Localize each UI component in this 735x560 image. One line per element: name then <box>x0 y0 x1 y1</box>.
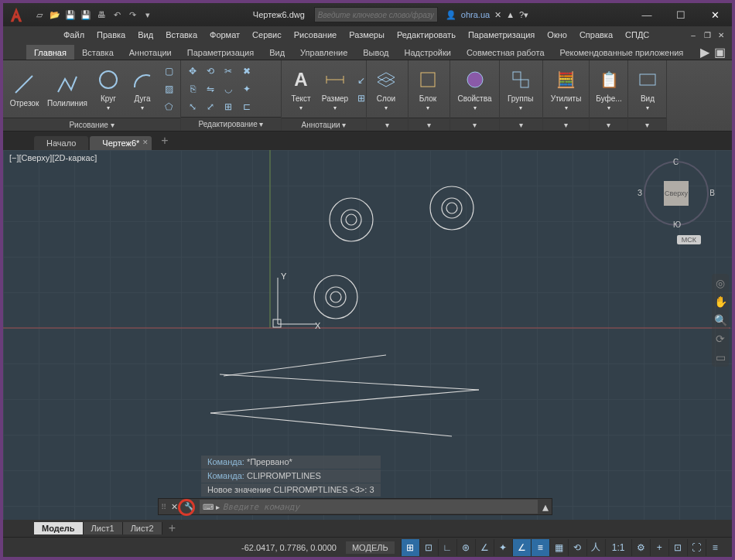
ribbon-tab-view[interactable]: Вид <box>262 45 292 60</box>
transparency-icon[interactable]: ▦ <box>549 539 568 556</box>
menu-help[interactable]: Справка <box>573 29 619 41</box>
osnap-toggle-icon[interactable]: ✦ <box>494 539 512 556</box>
doc-tab-close-icon[interactable]: ✕ <box>142 138 149 146</box>
app-icon[interactable]: ▲ <box>506 10 514 19</box>
dimension-button[interactable]: Размер▾ <box>319 62 351 116</box>
explode-icon[interactable]: ✦ <box>238 80 255 97</box>
nav-showmotion-icon[interactable]: ▭ <box>716 351 726 364</box>
hardware-icon[interactable]: ⊡ <box>668 539 687 556</box>
viewport-label[interactable]: [−][Сверху][2D-каркас] <box>9 153 97 162</box>
qat-saveas-icon[interactable]: 💾 <box>79 8 93 22</box>
erase-icon[interactable]: ✖ <box>238 63 255 80</box>
panel-properties-title[interactable]: ▾ <box>450 118 499 131</box>
rotate-icon[interactable]: ⟲ <box>202 63 219 80</box>
ribbon-tab-parametric[interactable]: Параметризация <box>179 45 262 60</box>
space-toggle[interactable]: МОДЕЛЬ <box>346 541 395 554</box>
grid-toggle-icon[interactable]: ⊞ <box>401 539 419 556</box>
menu-view[interactable]: Вид <box>132 29 159 41</box>
annomonitor-icon[interactable]: + <box>650 539 668 556</box>
lineweight-icon[interactable]: ≡ <box>531 539 549 556</box>
maximize-button[interactable]: ☐ <box>664 3 698 26</box>
panel-annotation-title[interactable]: Аннотации ▾ <box>282 118 366 131</box>
ribbon-tab-annotate[interactable]: Аннотации <box>121 45 179 60</box>
array-icon[interactable]: ⊞ <box>220 98 237 115</box>
mirror-icon[interactable]: ⇋ <box>202 80 219 97</box>
nav-wheel-icon[interactable]: ◎ <box>716 277 725 289</box>
qat-plot-icon[interactable]: 🖶 <box>94 8 108 22</box>
command-input[interactable] <box>223 502 535 512</box>
menu-window[interactable]: Окно <box>541 29 573 41</box>
annoscale-icon[interactable]: 人 <box>586 539 605 556</box>
region-icon[interactable]: ⬠ <box>160 98 177 115</box>
minimize-button[interactable]: — <box>630 3 664 26</box>
ribbon-tab-home[interactable]: Главная <box>26 45 74 60</box>
nav-zoom-icon[interactable]: 🔍 <box>714 314 727 326</box>
panel-modify-title[interactable]: Редактирование ▾ <box>181 117 281 131</box>
clipboard-button[interactable]: 📋Буфе...▾ <box>593 62 625 116</box>
wcs-badge[interactable]: МСК <box>677 235 701 244</box>
workspace-icon[interactable]: ⚙ <box>631 539 650 556</box>
polyline-button[interactable]: Полилиния <box>44 62 91 116</box>
copy-icon[interactable]: ⎘ <box>184 80 201 97</box>
cmd-grip-icon[interactable]: ⠿ <box>159 503 168 511</box>
ribbon-tab-featured[interactable]: Рекомендованные приложения <box>552 45 692 60</box>
snap-toggle-icon[interactable]: ⊡ <box>419 539 438 556</box>
cmd-customize-button[interactable]: 🔧 <box>181 502 198 512</box>
ribbon-min-icon[interactable]: ▣ <box>714 45 726 60</box>
ribbon-tab-manage[interactable]: Управление <box>292 45 355 60</box>
qat-new-icon[interactable]: ▱ <box>32 8 46 22</box>
stretch-icon[interactable]: ⤡ <box>184 98 201 115</box>
doc-tab-start[interactable]: Начало <box>34 136 88 150</box>
scale-icon[interactable]: ⤢ <box>202 98 219 115</box>
drawing-area[interactable]: [−][Сверху][2D-каркас] Y X Сверху С Ю В … <box>3 150 732 537</box>
polar-toggle-icon[interactable]: ⊛ <box>456 539 475 556</box>
menu-dimension[interactable]: Размеры <box>343 29 391 41</box>
trim-icon[interactable]: ✂ <box>220 63 237 80</box>
qat-undo-icon[interactable]: ↶ <box>110 8 124 22</box>
app-logo-icon[interactable] <box>3 3 29 26</box>
panel-block-title[interactable]: ▾ <box>409 118 450 131</box>
menu-file[interactable]: Файл <box>57 29 91 41</box>
nav-orbit-icon[interactable]: ⟳ <box>716 333 725 345</box>
layout-tab-model[interactable]: Модель <box>34 522 84 534</box>
ortho-toggle-icon[interactable]: ∟ <box>438 539 456 556</box>
menu-spds[interactable]: СПДС <box>619 29 655 41</box>
cmd-close-icon[interactable]: ✕ <box>168 502 181 512</box>
viewcube-top[interactable]: Сверху <box>664 181 689 206</box>
customize-status-icon[interactable]: ≡ <box>706 539 724 556</box>
cleanscreen-icon[interactable]: ⛶ <box>687 539 706 556</box>
qat-save-icon[interactable]: 💾 <box>63 8 77 22</box>
menu-modify[interactable]: Редактировать <box>391 29 462 41</box>
doc-tab-drawing[interactable]: Чертеж6*✕ <box>90 136 152 150</box>
properties-button[interactable]: Свойства▾ <box>453 62 496 116</box>
ribbon-tab-insert[interactable]: Вставка <box>74 45 121 60</box>
panel-clipboard-title[interactable]: ▾ <box>590 118 627 131</box>
viewcube[interactable]: Сверху С Ю В З <box>644 161 709 226</box>
doc-tab-new-button[interactable]: + <box>153 131 176 150</box>
circle-button[interactable]: Круг▾ <box>92 62 125 116</box>
utilities-button[interactable]: 🧮Утилиты▾ <box>546 62 586 116</box>
groups-button[interactable]: Группы▾ <box>503 62 538 116</box>
menu-tools[interactable]: Сервис <box>246 29 288 41</box>
menu-format[interactable]: Формат <box>203 29 246 41</box>
cmd-recent-dropdown[interactable]: ▴ <box>539 500 552 514</box>
panel-groups-title[interactable]: ▾ <box>500 118 542 131</box>
rectangle-icon[interactable]: ▢ <box>160 63 177 80</box>
text-button[interactable]: AТекст▾ <box>285 62 317 116</box>
move-icon[interactable]: ✥ <box>184 63 201 80</box>
view-button[interactable]: Вид▾ <box>631 62 664 116</box>
block-button[interactable]: Блок▾ <box>412 62 444 116</box>
fillet-icon[interactable]: ◡ <box>220 80 237 97</box>
ribbon-play-icon[interactable]: ▶ <box>700 45 709 60</box>
qat-redo-icon[interactable]: ↷ <box>125 8 139 22</box>
line-button[interactable]: Отрезок <box>6 62 43 116</box>
qat-open-icon[interactable]: 📂 <box>48 8 62 22</box>
panel-draw-title[interactable]: Рисование ▾ <box>3 118 180 131</box>
panel-utilities-title[interactable]: ▾ <box>543 118 589 131</box>
menu-parametric[interactable]: Параметризация <box>462 29 541 41</box>
layout-tab-1[interactable]: Лист1 <box>84 522 123 534</box>
panel-view-title[interactable]: ▾ <box>628 118 666 131</box>
menu-draw[interactable]: Рисование <box>288 29 343 41</box>
user-link[interactable]: ohra.ua <box>461 10 490 19</box>
otrack-icon[interactable]: ∠ <box>512 539 531 556</box>
